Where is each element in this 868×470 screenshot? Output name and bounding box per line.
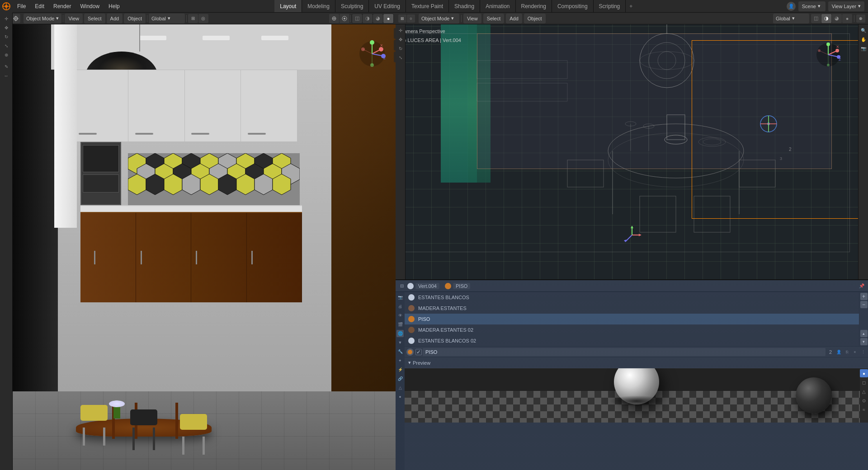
prop-scene-icon[interactable]: 🎬 xyxy=(396,321,404,328)
tab-texture-paint[interactable]: Texture Paint xyxy=(406,0,449,12)
tab-layout[interactable]: Layout xyxy=(274,0,302,12)
object-btn[interactable]: Object xyxy=(124,14,146,24)
scene-select-btn[interactable]: Select xyxy=(483,14,505,24)
measure-tool[interactable]: ↔ xyxy=(2,71,10,80)
snap-btn[interactable]: ⊞ xyxy=(188,14,198,23)
pan-btn[interactable]: ✋ xyxy=(394,40,396,51)
tab-compositing[interactable]: Compositing xyxy=(552,0,594,12)
transform-dropdown[interactable]: Global ▾ xyxy=(149,14,185,24)
add-workspace-tab[interactable]: + xyxy=(626,0,636,12)
viewport-icon2[interactable] xyxy=(11,14,20,23)
scene-hand[interactable]: ✋ xyxy=(859,35,868,43)
menu-window[interactable]: Window xyxy=(75,0,104,12)
mat-link[interactable]: ✓ xyxy=(415,349,422,355)
scene-render-btn[interactable]: ● xyxy=(842,14,852,23)
mat-slot-4[interactable]: ESTANTES BLANCOS 02 xyxy=(405,335,859,346)
mat-slot-1[interactable]: MADERA ESTANTES xyxy=(405,303,859,314)
solid-btn[interactable]: ◑ xyxy=(363,14,373,23)
vert-name[interactable]: Vert.004 xyxy=(415,283,439,289)
scene-transform-dropdown[interactable]: Global ▾ xyxy=(773,14,809,24)
prop-view-icon[interactable]: 👁 xyxy=(396,312,404,319)
mat-name-label[interactable]: PISO xyxy=(453,283,470,289)
tab-shading[interactable]: Shading xyxy=(449,0,480,12)
preview-hair-icon[interactable]: ≈ xyxy=(860,405,868,414)
scene-icon1[interactable]: ⊞ xyxy=(398,14,406,23)
mat-slot-2[interactable]: PISO xyxy=(405,314,859,324)
scene-mode-dropdown[interactable]: Object Mode ▾ xyxy=(419,14,459,24)
preview-toggle[interactable]: ▾ Preview xyxy=(408,360,430,366)
prop-material-icon[interactable]: ● xyxy=(396,393,404,400)
view-btn[interactable]: View xyxy=(65,14,83,24)
menu-file[interactable]: File xyxy=(13,0,30,12)
props-expand[interactable]: ⊟ xyxy=(398,282,406,290)
menu-render[interactable]: Render xyxy=(49,0,75,12)
mat-extra[interactable]: ⋮ xyxy=(860,349,866,355)
preview-plane-icon[interactable]: △ xyxy=(860,387,868,395)
scene-wire-btn[interactable]: ◫ xyxy=(811,14,821,23)
left-viewport[interactable]: Object Mode ▾ View Select Add Object Glo… xyxy=(0,13,396,470)
orbit-btn[interactable]: 📷 xyxy=(394,52,396,62)
props-pin[interactable]: 📌 xyxy=(858,282,865,290)
scene-solid-btn[interactable]: ◑ xyxy=(821,14,831,23)
tab-animation[interactable]: Animation xyxy=(480,0,515,12)
preview-monkey-icon[interactable]: ⊙ xyxy=(860,396,868,404)
scene-object-btn[interactable]: Object xyxy=(524,14,546,24)
tab-scripting[interactable]: Scripting xyxy=(594,0,626,12)
select-btn[interactable]: Select xyxy=(84,14,105,24)
mat-copy[interactable]: ⎘ xyxy=(844,349,850,355)
mat-slot-0[interactable]: ESTANTES BLANCOS xyxy=(405,292,859,303)
user-icon[interactable]: 👤 xyxy=(787,2,796,11)
prop-data-icon[interactable]: △ xyxy=(396,384,404,391)
move-tool[interactable]: ✥ xyxy=(2,24,10,32)
overlay-btn[interactable] xyxy=(340,14,349,23)
scale-tool[interactable]: ⤡ xyxy=(2,42,10,50)
proportional-btn[interactable]: ◎ xyxy=(198,14,208,23)
move-up-slot[interactable]: ▴ xyxy=(860,330,868,337)
scene-cursor[interactable]: ✛ xyxy=(396,26,405,34)
prop-world-icon[interactable]: 🌐 xyxy=(396,330,404,337)
rotate-tool[interactable]: ↻ xyxy=(2,33,10,41)
material-btn[interactable]: ◕ xyxy=(373,14,383,23)
annotate-tool[interactable]: ✎ xyxy=(2,62,10,70)
material-name-input[interactable] xyxy=(423,348,826,356)
prop-particle-icon[interactable]: ✦ xyxy=(396,357,404,364)
mat-slot-3[interactable]: MADERA ESTANTES 02 xyxy=(405,324,859,335)
rendered-btn[interactable]: ● xyxy=(383,14,393,23)
gizmo-btn[interactable] xyxy=(329,14,339,23)
remove-material-slot[interactable]: − xyxy=(860,301,868,308)
wireframe-btn[interactable]: ◫ xyxy=(352,14,362,23)
tab-uv-editing[interactable]: UV Editing xyxy=(369,0,406,12)
prop-render-icon[interactable]: 📷 xyxy=(396,294,404,301)
scene-scale[interactable]: ⤡ xyxy=(396,53,405,61)
preview-sphere-icon[interactable]: ● xyxy=(860,369,868,377)
mat-fake-user[interactable]: 👤 xyxy=(835,349,842,355)
cursor-tool[interactable]: ✛ xyxy=(2,14,10,23)
prop-physics-icon[interactable]: ⚡ xyxy=(396,366,404,373)
add-btn[interactable]: Add xyxy=(107,14,123,24)
tab-rendering[interactable]: Rendering xyxy=(516,0,552,12)
scene-mat-btn[interactable]: ◕ xyxy=(832,14,842,23)
scene-add-btn[interactable]: Add xyxy=(506,14,522,24)
tab-sculpting[interactable]: Sculpting xyxy=(335,0,369,12)
prop-output-icon[interactable]: 🖨 xyxy=(396,303,404,310)
prop-constraint-icon[interactable]: 🔗 xyxy=(396,375,404,382)
object-mode-dropdown[interactable]: Object Mode ▾ xyxy=(24,14,61,24)
scene-camera-icon[interactable]: 📷 xyxy=(859,44,868,52)
zoom-btn[interactable]: 🔍 xyxy=(394,28,396,39)
transform-tool[interactable]: ⊕ xyxy=(2,51,10,59)
move-down-slot[interactable]: ▾ xyxy=(860,338,868,345)
scene-icon2[interactable]: ○ xyxy=(407,14,415,23)
tab-modeling[interactable]: Modeling xyxy=(302,0,335,12)
menu-edit[interactable]: Edit xyxy=(30,0,49,12)
scene-move[interactable]: ✥ xyxy=(396,35,405,43)
scene-rotate[interactable]: ↻ xyxy=(396,44,405,52)
view-layer-dropdown[interactable]: View Layer ▾ xyxy=(828,1,864,11)
mat-dot-icon[interactable] xyxy=(406,348,414,356)
prop-object-icon[interactable]: ▼ xyxy=(396,339,404,346)
menu-help[interactable]: Help xyxy=(104,0,124,12)
scene-3d-viewport[interactable]: 2 3 xyxy=(396,24,868,280)
preview-cube-icon[interactable]: ◻ xyxy=(860,378,868,386)
scene-view-btn[interactable]: View xyxy=(463,14,481,24)
prop-modifier-icon[interactable]: 🔧 xyxy=(396,348,404,355)
scene-search[interactable]: 🔍 xyxy=(859,26,868,34)
